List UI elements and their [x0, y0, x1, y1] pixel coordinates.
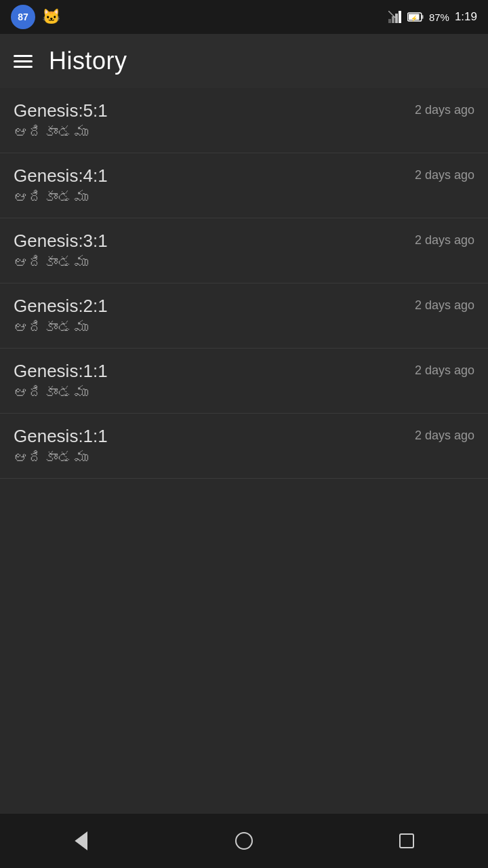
item-time: 2 days ago [415, 168, 474, 182]
page-title: History [49, 47, 127, 75]
item-translation: ఆదికాండము [14, 450, 474, 467]
cat-icon: 🐱 [42, 8, 60, 26]
svg-marker-1 [392, 16, 394, 23]
back-button[interactable] [50, 823, 113, 859]
battery-percent: 87% [429, 12, 449, 23]
svg-text:⚡: ⚡ [410, 15, 418, 22]
history-item[interactable]: Genesis:1:1 2 days ago ఆదికాండము [0, 414, 488, 479]
item-reference: Genesis:1:1 [14, 426, 108, 447]
svg-rect-11 [400, 834, 413, 848]
status-left: 87 🐱 [11, 5, 60, 29]
item-row-4: Genesis:1:1 2 days ago [14, 361, 474, 382]
item-row-3: Genesis:2:1 2 days ago [14, 296, 474, 317]
bottom-nav [0, 814, 488, 868]
status-right: ⚡ 87% 1:19 [388, 10, 477, 24]
item-translation: ఆదికాండము [14, 189, 474, 207]
item-translation: ఆదికాండము [14, 384, 474, 402]
svg-marker-2 [395, 14, 398, 23]
item-time: 2 days ago [415, 429, 474, 443]
item-time: 2 days ago [415, 233, 474, 248]
status-bar: 87 🐱 ⚡ 87% 1:19 [0, 0, 488, 34]
item-row-0: Genesis:5:1 2 days ago [14, 100, 474, 121]
svg-rect-6 [422, 15, 424, 19]
item-reference: Genesis:1:1 [14, 361, 108, 382]
signal-icon [388, 11, 402, 23]
item-reference: Genesis:2:1 [14, 296, 108, 317]
history-item[interactable]: Genesis:5:1 2 days ago ఆదికాండము [0, 88, 488, 153]
item-reference: Genesis:4:1 [14, 165, 108, 186]
history-item[interactable]: Genesis:1:1 2 days ago ఆదికాండము [0, 349, 488, 414]
svg-marker-3 [399, 11, 401, 23]
item-reference: Genesis:5:1 [14, 100, 108, 121]
hamburger-menu-button[interactable] [14, 55, 33, 68]
notification-badge: 87 [11, 5, 35, 29]
history-list: Genesis:5:1 2 days ago ఆదికాండము Genesis… [0, 88, 488, 814]
svg-marker-9 [76, 833, 87, 849]
svg-marker-0 [388, 19, 391, 23]
item-reference: Genesis:3:1 [14, 231, 108, 252]
home-button[interactable] [213, 823, 275, 859]
item-translation: ఆదికాండము [14, 254, 474, 272]
notification-count: 87 [18, 12, 28, 22]
item-time: 2 days ago [415, 103, 474, 117]
history-item[interactable]: Genesis:2:1 2 days ago ఆదికాండము [0, 283, 488, 349]
toolbar: History [0, 34, 488, 88]
item-row-5: Genesis:1:1 2 days ago [14, 426, 474, 447]
item-row-1: Genesis:4:1 2 days ago [14, 165, 474, 186]
item-time: 2 days ago [415, 363, 474, 378]
recents-button[interactable] [375, 823, 438, 859]
time-display: 1:19 [455, 10, 477, 24]
battery-icon: ⚡ [407, 12, 424, 22]
item-time: 2 days ago [415, 298, 474, 313]
item-row-2: Genesis:3:1 2 days ago [14, 231, 474, 252]
history-item[interactable]: Genesis:4:1 2 days ago ఆదికాండము [0, 153, 488, 218]
svg-point-10 [236, 833, 252, 849]
history-item[interactable]: Genesis:3:1 2 days ago ఆదికాండము [0, 218, 488, 283]
item-translation: ఆదికాండము [14, 124, 474, 142]
item-translation: ఆదికాండము [14, 319, 474, 337]
